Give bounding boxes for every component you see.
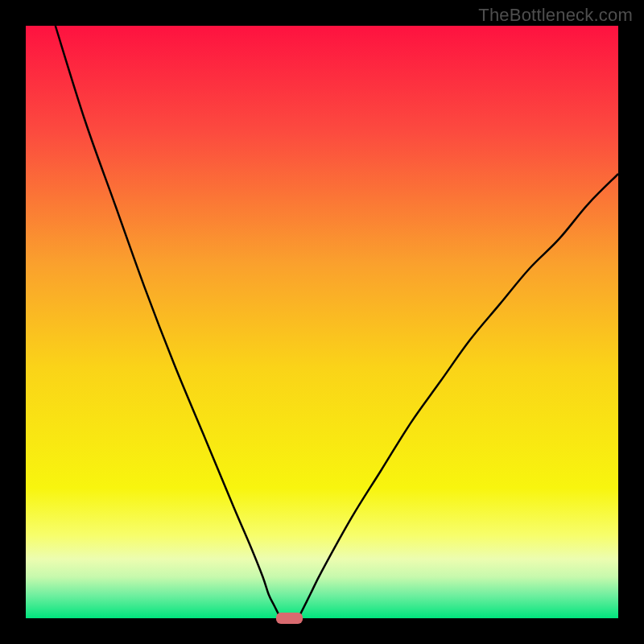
watermark-text: TheBottleneck.com xyxy=(478,5,633,26)
minimum-marker xyxy=(276,613,303,624)
bottleneck-chart: TheBottleneck.com xyxy=(0,0,644,644)
chart-svg xyxy=(0,0,644,644)
plot-gradient-background xyxy=(26,26,618,618)
